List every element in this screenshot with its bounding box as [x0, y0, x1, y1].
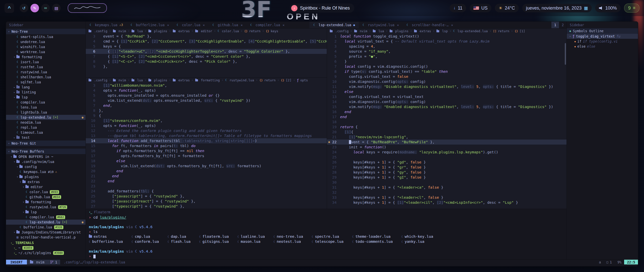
tree-item[interactable]: ▾formatting — [6, 54, 86, 59]
tree-item[interactable]: ▾editor — [6, 184, 86, 189]
statusline-segment[interactable]: a — [596, 260, 604, 264]
tree-item[interactable]: ▾lsp — [6, 210, 86, 215]
code-line[interactable]: 29 keys[#keys + 1] = { "gI", false } — [327, 175, 567, 180]
code-line[interactable]: 22◉ event = { "BufReadPre", "BufNewFile"… — [327, 140, 567, 145]
tree-item[interactable]: ☾neodim.lua — [6, 120, 86, 125]
code-line[interactable]: 23 — [86, 184, 327, 189]
breadcrumb-item[interactable]: plugins — [148, 78, 167, 83]
code-line[interactable]: 12 else — [327, 89, 567, 94]
editor-pane-rustywind-lua[interactable]: .config›nvim›lua›plugins›extras›formatti… — [86, 78, 327, 209]
breadcrumb-item[interactable]: .config — [88, 78, 107, 83]
code-line[interactable]: 6 vim.list_extend(dst: opts.ensure_insta… — [86, 98, 327, 103]
code-line[interactable]: 32 — [327, 190, 567, 195]
code-line[interactable]: 13 config.virtual_text = virtual_text — [327, 94, 567, 99]
code-line[interactable]: 21 end — [86, 174, 327, 179]
code-line[interactable]: 7 end, — [86, 103, 327, 108]
code-line[interactable]: 18 — [327, 119, 567, 124]
tab-compiler-lua[interactable]: ☾compiler.lua× — [247, 22, 289, 28]
code-line[interactable]: 15 vim.notify(msg: "Enabled diagnostics … — [327, 104, 567, 109]
tree-item[interactable]: ☾bufferline.lua#328 — [6, 225, 86, 230]
link-button[interactable]: ∞ — [41, 4, 50, 12]
code-line[interactable]: 13 ---@param tbl table<string, conform.F… — [86, 133, 327, 138]
code-line[interactable]: 4 cmd = { [1]"CccPick", [2]"CccConvert",… — [86, 39, 327, 44]
neotree-section-header[interactable]: ▾Neo-Tree — [6, 29, 86, 34]
code-line[interactable]: 11 vim.notify(msg: "Disable diagnostics … — [327, 84, 567, 89]
tree-item[interactable]: ☾winshift.lua — [6, 44, 86, 49]
brush-button[interactable]: ✎ — [30, 4, 39, 12]
breadcrumb-item[interactable]: lua — [131, 28, 143, 34]
code-line[interactable]: 15 for ft, formatters in pairs(t: tbl) d… — [86, 143, 327, 148]
code-line[interactable]: 14 vim.diagnostic.config(opts: config) — [327, 99, 567, 104]
code-line[interactable]: 17 opts.formatters_by_ft[ft] = formatter… — [86, 153, 327, 158]
terminals-header[interactable]: ›_TERMINALS — [6, 240, 86, 245]
breadcrumb-item[interactable]: extras — [414, 28, 431, 34]
code-line[interactable]: 27 keys[#keys + 1] = { "gr", false } — [327, 165, 567, 170]
outline-item[interactable]: ◆elseelse — [567, 44, 638, 49]
tree-item[interactable]: ☾rustywind.lua — [6, 70, 86, 75]
code-line[interactable]: 7 { [1]"<S-C>", [2]"<cmd>CccConvert<cr>"… — [86, 54, 327, 59]
code-line[interactable]: 4 source = "if_many", — [327, 49, 567, 54]
code-line[interactable]: 26 keys[#keys + 1] = { "gd", false } — [327, 160, 567, 165]
tab-bufferline-lua[interactable]: ☾bufferline.lua× — [127, 22, 173, 28]
tree-item[interactable]: ☾timeout.lua — [6, 130, 86, 135]
undo-button[interactable]: ↺ — [20, 4, 28, 12]
code-line[interactable]: 3 [1]"williamboman/mason.nvim", — [86, 83, 327, 88]
breadcrumb-item[interactable]: plugins — [389, 28, 409, 34]
code-line[interactable]: 26 ["javascriptreact"] = { "rustywind" }… — [86, 199, 327, 204]
breadcrumb-item[interactable]: .config — [88, 28, 107, 34]
code-line[interactable]: 3 spacing = 4, — [327, 44, 567, 49]
code-line[interactable]: 1local function toggle_diag_virtext() — [327, 34, 567, 39]
notes-button[interactable]: ▤ — [52, 4, 61, 12]
tab-color-lua[interactable]: ☾color.lua× — [173, 22, 209, 28]
code-line[interactable]: 3 event = { "BufRead" }, — [86, 34, 327, 39]
tree-item[interactable]: ☾shellharden.lua — [6, 75, 86, 80]
code-line[interactable]: 25 — [327, 155, 567, 160]
symbols-outline-header[interactable]: ◈ Symbols Outline — [567, 28, 638, 34]
breadcrumb-item[interactable]: ☾color.lua — [218, 28, 239, 34]
breadcrumb-item[interactable]: {}keys — [266, 28, 278, 34]
breadcrumb-item[interactable]: {}[1] — [515, 28, 525, 34]
tab-github-lua[interactable]: ☾github.lua× — [209, 22, 246, 28]
code-line[interactable]: 16 end — [327, 109, 567, 114]
tree-item[interactable]: ☾smart-splits.lua — [6, 34, 86, 39]
outline-item[interactable]: ◆ifif type(config.vi — [567, 39, 638, 44]
code-line[interactable]: 8 { [1]"<C-c>", [2]"<cmd>CccPick<cr>", d… — [86, 59, 327, 64]
tree-item[interactable]: ›_~/.c/n/l/plugins#3980 — [6, 250, 86, 255]
breadcrumb-item[interactable]: {}return — [244, 28, 260, 34]
outline-item[interactable]: ▾ƒtoggle_diag_virtextfu — [567, 34, 638, 39]
breadcrumb-item[interactable]: .config — [330, 28, 349, 34]
code-line[interactable]: 19 vim.list_extend(dst: opts.formatters_… — [86, 163, 327, 168]
code-line[interactable]: 10 vim.diagnostic.config(opts: config) — [327, 79, 567, 84]
tree-item[interactable]: ▾plugins — [6, 174, 86, 179]
tree-item[interactable]: ▤scrollbar-handle-vertical.p — [6, 235, 86, 240]
tray-widget[interactable]: 9≡ — [624, 4, 639, 13]
code-line[interactable]: 17end — [327, 114, 567, 119]
code-line[interactable]: 5 prefix = "●", — [327, 54, 567, 59]
code-line[interactable]: 18 else — [86, 158, 327, 163]
volume-widget[interactable]: 100% — [595, 4, 621, 12]
tab-rustywind-lua[interactable]: ☾rustywind.lua× — [359, 22, 403, 28]
breadcrumb-item[interactable]: {}[2] — [281, 78, 292, 83]
code-line[interactable]: 23 init = function() — [327, 145, 567, 150]
code-line[interactable]: 9{ — [86, 113, 327, 118]
cursor-position[interactable]: 22:5 — [624, 260, 638, 264]
statusline-segment[interactable]: 9% — [615, 260, 624, 264]
tree-item[interactable]: ☾keymaps.lua#10⚠ — [6, 169, 86, 174]
media-player-widget[interactable]: ♪ Spiritbox - Rule Of Nines — [290, 4, 354, 13]
breadcrumb-item[interactable]: extras — [173, 78, 190, 83]
breadcrumb-item[interactable]: []return — [493, 28, 509, 34]
temperature-widget[interactable]: ☀24°C — [495, 4, 518, 12]
neotree-section-header[interactable]: ▾Neo-Tree Git — [6, 141, 86, 146]
tree-item[interactable]: ▾config — [6, 164, 86, 169]
close-icon[interactable]: × — [451, 23, 453, 27]
breadcrumb-item[interactable]: lua — [131, 78, 143, 83]
breadcrumb-item[interactable]: plugins — [148, 28, 167, 34]
code-line[interactable]: 9 config.virtual_text = false — [327, 74, 567, 79]
code-line[interactable]: 9 }, — [86, 64, 327, 69]
breadcrumb-item[interactable]: extras — [173, 28, 190, 34]
breadcrumb-item[interactable]: lua — [373, 28, 384, 34]
close-icon[interactable]: × — [397, 23, 399, 27]
tree-item[interactable]: ☾worktree.lua — [6, 49, 86, 54]
tree-item[interactable]: ☾isort.lua — [6, 59, 86, 64]
breadcrumb-item[interactable]: ƒopts — [297, 78, 308, 83]
